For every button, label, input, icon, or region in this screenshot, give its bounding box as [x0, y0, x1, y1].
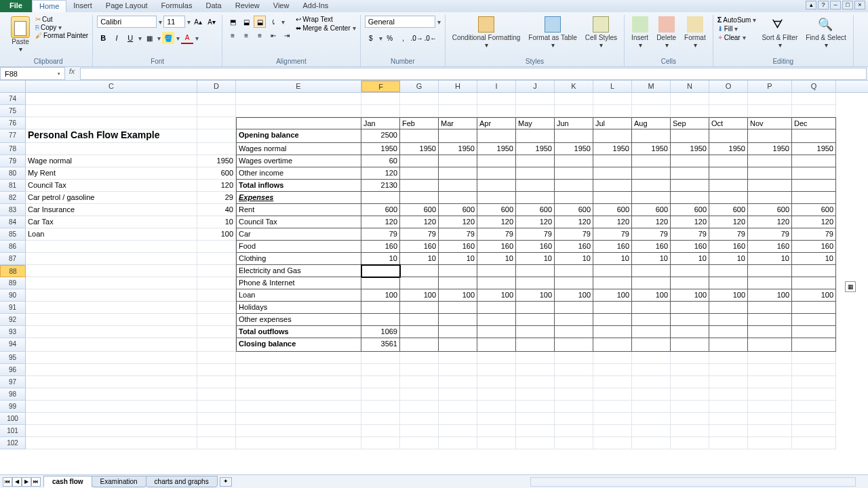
cell[interactable]: 160 — [516, 241, 555, 253]
cell[interactable] — [709, 352, 748, 364]
cell[interactable] — [439, 352, 477, 364]
cell[interactable] — [792, 93, 836, 105]
cell[interactable] — [792, 167, 836, 180]
col-header-I[interactable]: I — [477, 81, 516, 92]
cell[interactable] — [516, 265, 555, 277]
row-header[interactable]: 80 — [0, 167, 26, 180]
cell[interactable] — [516, 401, 555, 413]
cell[interactable] — [671, 105, 709, 117]
cell[interactable] — [197, 105, 236, 117]
cell[interactable] — [555, 338, 593, 352]
cell[interactable] — [477, 352, 516, 364]
row-header[interactable]: 86 — [0, 241, 26, 253]
copy-button[interactable]: ⎘Copy▾ — [35, 24, 88, 31]
cell[interactable] — [671, 326, 709, 338]
cell[interactable] — [632, 192, 671, 204]
cell[interactable] — [709, 425, 748, 437]
cell[interactable] — [555, 105, 593, 117]
cell[interactable]: 120 — [477, 216, 516, 228]
cell[interactable]: 120 — [197, 180, 236, 192]
cell[interactable] — [26, 388, 197, 401]
increase-indent-icon[interactable]: ⇥ — [281, 29, 293, 41]
cell[interactable] — [516, 314, 555, 326]
cell[interactable]: 100 — [632, 289, 671, 302]
cell[interactable]: Jun — [555, 117, 593, 129]
cell[interactable] — [792, 277, 836, 289]
cell[interactable] — [555, 413, 593, 425]
cell[interactable] — [792, 338, 836, 352]
cell[interactable] — [792, 413, 836, 425]
cell[interactable]: 600 — [516, 204, 555, 216]
cell[interactable] — [632, 302, 671, 314]
cell[interactable]: Car petrol / gasoline — [26, 192, 197, 204]
cell[interactable]: Apr — [477, 117, 516, 129]
cell[interactable]: Nov — [748, 117, 792, 129]
cell[interactable] — [792, 437, 836, 449]
cell[interactable]: 40 — [197, 204, 236, 216]
new-sheet-icon[interactable]: ✦ — [220, 477, 232, 487]
row-header[interactable]: 87 — [0, 253, 26, 265]
cell[interactable] — [439, 277, 477, 289]
cell[interactable] — [748, 192, 792, 204]
tab-addins[interactable]: Add-Ins — [296, 0, 335, 12]
cell[interactable] — [593, 93, 632, 105]
cell[interactable]: 120 — [792, 216, 836, 228]
cell[interactable] — [26, 352, 197, 364]
cell[interactable] — [26, 143, 197, 155]
col-header-P[interactable]: P — [748, 81, 792, 92]
cell[interactable] — [748, 352, 792, 364]
cell[interactable] — [361, 401, 400, 413]
horizontal-scrollbar[interactable] — [530, 477, 856, 487]
cell[interactable]: Car — [236, 228, 361, 241]
conditional-formatting-button[interactable]: Conditional Formatting▾ — [450, 15, 524, 50]
chevron-down-icon[interactable]: ▾ — [58, 71, 60, 77]
cell[interactable]: 10 — [632, 253, 671, 265]
orientation-icon[interactable]: ⤹ — [267, 16, 279, 28]
col-header-G[interactable]: G — [400, 81, 439, 92]
cell[interactable]: 1950 — [516, 143, 555, 155]
cell[interactable] — [555, 129, 593, 143]
cell[interactable] — [792, 129, 836, 143]
cell[interactable] — [671, 265, 709, 277]
cell[interactable] — [439, 401, 477, 413]
cell[interactable] — [477, 401, 516, 413]
tab-data[interactable]: Data — [199, 0, 228, 12]
cell[interactable] — [632, 129, 671, 143]
sheet-nav-next-icon[interactable]: ▶ — [22, 477, 31, 487]
cell[interactable]: Opening balance — [236, 129, 361, 143]
cell[interactable] — [361, 376, 400, 388]
cell[interactable]: 10 — [477, 253, 516, 265]
cell[interactable] — [632, 388, 671, 401]
cell[interactable]: 1950 — [555, 143, 593, 155]
cell[interactable]: 600 — [197, 167, 236, 180]
cell[interactable] — [671, 437, 709, 449]
cell[interactable] — [477, 167, 516, 180]
cell[interactable] — [671, 302, 709, 314]
cell[interactable] — [709, 277, 748, 289]
cell[interactable] — [439, 364, 477, 376]
cell[interactable]: 100 — [792, 289, 836, 302]
cell[interactable]: Food — [236, 241, 361, 253]
sheet-nav-last-icon[interactable]: ⏭ — [31, 477, 41, 487]
align-right-icon[interactable]: ≡ — [254, 29, 266, 41]
sheet-tab-examination[interactable]: Examination — [92, 476, 146, 487]
cell[interactable]: 1950 — [632, 143, 671, 155]
fill-button[interactable]: ⬇Fill▾ — [717, 25, 757, 33]
cell[interactable] — [709, 192, 748, 204]
cell[interactable] — [516, 302, 555, 314]
cell[interactable] — [439, 265, 477, 277]
cell[interactable] — [632, 180, 671, 192]
cell[interactable]: Car Tax — [26, 216, 197, 228]
cell[interactable] — [593, 302, 632, 314]
align-bottom-icon[interactable]: ⬓ — [254, 16, 266, 28]
cell[interactable] — [516, 338, 555, 352]
cell[interactable] — [400, 129, 439, 143]
cell[interactable] — [555, 364, 593, 376]
cell[interactable] — [439, 167, 477, 180]
cell[interactable] — [748, 277, 792, 289]
cell[interactable]: Closing balance — [236, 338, 361, 352]
cell[interactable] — [593, 401, 632, 413]
cell[interactable] — [748, 401, 792, 413]
font-size-select[interactable] — [163, 16, 185, 28]
cell[interactable]: 2500 — [361, 129, 400, 143]
